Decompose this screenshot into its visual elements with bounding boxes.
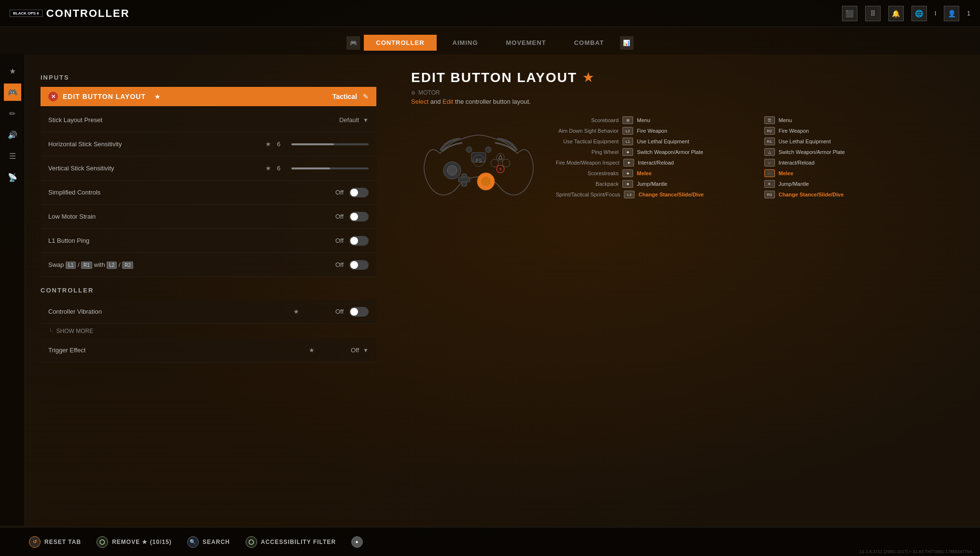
vibration-value: Off [305,308,344,315]
row-trigger-effect[interactable]: Trigger Effect ★ Off ▼ [41,338,376,362]
btn-l1[interactable]: L1 [622,138,633,145]
sidebar-item-menu[interactable]: ☰ [4,147,21,165]
btn-dpad-ping[interactable]: ✦ [622,148,633,156]
right-btn-8[interactable]: R3 [764,191,775,198]
right-btn-4[interactable]: △ [764,148,775,156]
panel-title: Edit Button Layout ★ [411,70,961,85]
btn-dpad-score[interactable]: ✦ [622,169,633,177]
controller-title: CONTROLLER [41,287,376,294]
label-lethal: Use Lethal Equipment [637,139,689,144]
action-accessibility[interactable]: ◯ ACCESSIBILITY FILTER [246,536,336,548]
vert-sens-label: Vertical Stick Sensitivity [48,165,260,172]
action-tactical: Use Tactical Equipment [556,139,619,144]
desc-select: Select [411,98,428,105]
label-interact: Interact/Reload [638,160,674,166]
notification-icon[interactable]: 🔔 [888,6,904,21]
tab-icon-left[interactable]: 🎮 [346,36,360,50]
sidebar-item-edit[interactable]: ✏ [4,105,21,122]
edit-icon: ✎ [363,93,369,100]
mapping-backpack: Backpack ✦ Jump/Mantle [556,179,753,189]
vibration-toggle[interactable] [349,307,369,317]
right-btn-2[interactable]: R2 [764,127,775,135]
right-btn-1[interactable]: ☰ [764,116,775,124]
row-low-motor[interactable]: Low Motor Strain Off [41,205,376,229]
btn-scoreboard[interactable]: ⊞ [622,116,633,124]
right-stick-inner [481,177,491,186]
row-vibration[interactable]: Controller Vibration ★ Off [41,300,376,324]
low-motor-label: Low Motor Strain [48,213,305,220]
swap-value: Off [305,261,344,268]
controller-area: ✕ [411,115,961,211]
profile-icon[interactable]: 👤 [944,6,959,21]
action-reset[interactable]: ↺ RESET TAB [29,536,81,548]
grid-icon[interactable]: ⠿ [865,6,881,21]
row-simplified-controls[interactable]: Simplified Controls Off [41,181,376,205]
btn-l3[interactable]: L3 [624,191,635,198]
sidebar-item-network[interactable]: 📡 [4,168,21,186]
low-motor-toggle[interactable] [349,212,369,222]
right-panel: Edit Button Layout ★ ⚙ MOTOR Select and … [392,55,980,526]
action-sprint: Sprint/Tactical Sprint/Focus [556,192,620,197]
row-horiz-sensitivity[interactable]: Horizontal Stick Sensitivity ★ 6 [41,132,376,156]
swap-label: Swap L1 / R1 with L2 / R2 [48,261,305,268]
left-stick-inner [447,166,457,175]
btn-l2[interactable]: L2 [622,127,633,135]
controller-section: CONTROLLER [41,287,376,294]
mapping-ping: Ping Wheel ✦ Switch Weapon/Armor Plate [556,147,753,157]
search-label: SEARCH [203,539,230,545]
action-extra[interactable]: ● [351,536,363,548]
vert-sens-slider[interactable]: 6 [277,165,369,172]
row-stick-layout[interactable]: Stick Layout Preset Default ▼ [41,108,376,132]
sidebar-item-audio[interactable]: 🔊 [4,126,21,143]
desc-edit: Edit [442,98,453,105]
controller-icon[interactable]: ⬛ [842,6,857,21]
button-square [491,159,498,167]
tab-movement[interactable]: MOVEMENT [494,35,558,51]
right-label-3: Use Lethal Equipment [779,139,831,144]
horiz-sens-fill [291,143,334,145]
desc-and: and [430,98,442,105]
button-circle [502,159,510,167]
mapping-firemode: Fire Mode/Weapon Inspect ✦ Interact/Relo… [556,157,753,168]
right-label-2: Fire Weapon [779,128,809,134]
tab-icon-right[interactable]: 📊 [620,36,634,50]
btn-dpad-back[interactable]: ✦ [622,180,633,188]
horiz-sens-slider[interactable]: 6 [277,140,369,148]
right-btn-3[interactable]: R1 [764,138,775,145]
edit-layout-left: ✕ Edit Button Layout ★ [48,92,332,101]
action-search[interactable]: 🔍 SEARCH [187,536,230,548]
share-btn [466,147,472,153]
show-more[interactable]: SHOW MORE [41,324,376,338]
row-vert-sensitivity[interactable]: Vertical Stick Sensitivity ★ 6 [41,156,376,181]
edit-layout-row[interactable]: ✕ Edit Button Layout ★ Tactical ✎ [41,87,376,106]
motor-icon: ⚙ [411,90,415,96]
mapping-ads: Aim Down Sight Behavior L2 Fire Weapon [556,125,753,136]
right-btn-7[interactable]: ✕ [764,180,775,188]
right-btn-interact: ○ Interact/Reload [764,157,961,168]
btn-dpad-fire[interactable]: ✦ [623,159,634,167]
right-btn-6[interactable]: ○ [764,169,775,177]
l1-ping-toggle[interactable] [349,236,369,246]
trigger-label: Trigger Effect [48,347,303,354]
tab-aiming[interactable]: AIMING [441,35,490,51]
tab-controller[interactable]: CONTROLLER [364,35,436,51]
simplified-toggle[interactable] [349,188,369,197]
tab-combat[interactable]: COMBAT [562,35,616,51]
label-stance: Change Stance/Slide/Dive [638,192,704,197]
settings-panel: INPUTS ✕ Edit Button Layout ★ Tactical ✎… [25,55,392,526]
row-l1-ping[interactable]: L1 Button Ping Off [41,229,376,253]
logo-text: CONTROLLER [46,7,130,20]
edit-layout-star: ★ [154,93,161,100]
l1-ping-label: L1 Button Ping [48,237,305,244]
row-swap[interactable]: Swap L1 / R1 with L2 / R2 Off [41,253,376,277]
right-btn-menu: ☰ Menu [764,115,961,125]
right-btn-5[interactable]: ○ [764,159,775,167]
sidebar-item-controller[interactable]: 🎮 [4,83,21,101]
swap-toggle[interactable] [349,260,369,270]
sidebar-item-favorites[interactable]: ★ [4,62,21,80]
right-btn-stance: R3 Change Stance/Slide/Dive [764,189,961,200]
network-icon[interactable]: 🌐 [911,6,927,21]
button-mapping: Scoreboard ⊞ Menu Aim Down Sight Behavio… [556,115,961,211]
right-label-4: Switch Weapon/Armor Plate [779,149,845,155]
action-remove[interactable]: ◯ REMOVE ★ (10/15) [97,536,172,548]
